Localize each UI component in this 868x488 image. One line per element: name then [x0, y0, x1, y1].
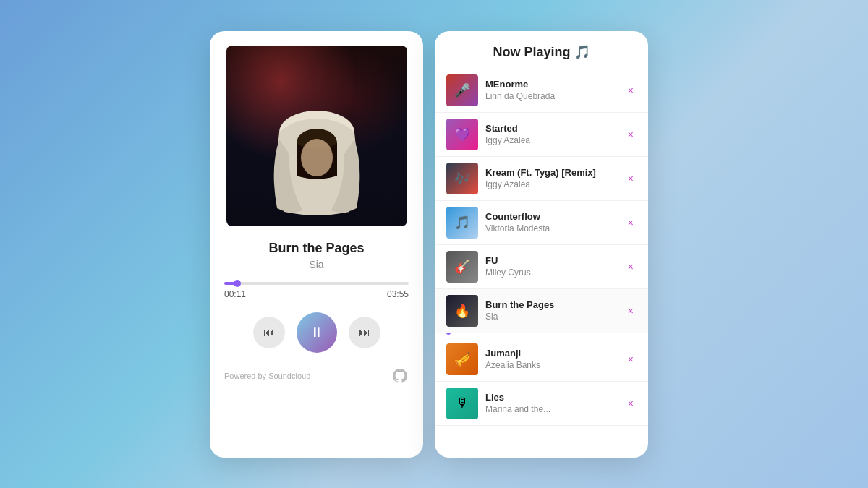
queue-info: Counterflow Viktoria Modesta — [485, 211, 625, 234]
queue-track-artist: Iggy Azalea — [485, 179, 625, 189]
queue-remove-button[interactable]: × — [625, 170, 637, 187]
queue-track-title: Kream (Ft. Tyga) [Remix] — [485, 167, 625, 179]
github-icon[interactable] — [391, 367, 409, 385]
time-row: 00:11 03:55 — [224, 289, 409, 299]
next-button[interactable]: ⏭ — [349, 317, 380, 348]
prev-button[interactable]: ⏮ — [253, 317, 285, 348]
queue-remove-button[interactable]: × — [625, 126, 637, 143]
album-art — [226, 46, 407, 226]
queue-item: 🔥 Burn the Pages Sia × — [435, 289, 648, 333]
queue-info: Burn the Pages Sia — [485, 299, 625, 322]
queue-item: 🎺 Jumanji Azealia Banks × — [435, 338, 648, 382]
progress-dot — [234, 280, 241, 287]
queue-info: Started Iggy Azalea — [485, 123, 625, 145]
queue-track-title: Jumanji — [485, 348, 625, 360]
queue-track-artist: Miley Cyrus — [485, 267, 625, 278]
svg-point-3 — [301, 139, 333, 176]
current-time: 00:11 — [224, 289, 246, 299]
queue-item: 🎵 Counterflow Viktoria Modesta × — [435, 201, 648, 245]
queue-track-artist: Linn da Quebrada — [485, 91, 625, 101]
song-title: Burn the Pages — [268, 241, 364, 256]
queue-track-title: Started — [485, 123, 625, 135]
queue-remove-button[interactable]: × — [625, 351, 637, 368]
queue-track-artist: Iggy Azalea — [485, 135, 625, 145]
queue-thumbnail: 🔥 — [446, 295, 478, 327]
queue-thumbnail: 🎵 — [446, 207, 478, 239]
queue-remove-button[interactable]: × — [625, 258, 637, 275]
queue-thumbnail: 💜 — [446, 119, 478, 150]
queue-item: 🎸 FU Miley Cyrus × — [435, 245, 648, 289]
queue-item: 🎤 MEnorme Linn da Quebrada × — [435, 69, 648, 113]
queue-track-title: FU — [485, 255, 625, 267]
queue-info: Lies Marina and the... — [485, 392, 625, 414]
queue-header: Now Playing 🎵 — [435, 31, 648, 69]
app-container: Burn the Pages Sia 00:11 03:55 ⏮ ⏸ ⏭ Pow… — [210, 31, 658, 458]
queue-track-title: Burn the Pages — [485, 299, 625, 312]
queue-track-title: Counterflow — [485, 211, 625, 223]
queue-remove-button[interactable]: × — [625, 214, 637, 231]
queue-info: FU Miley Cyrus — [485, 255, 625, 278]
queue-remove-button[interactable]: × — [625, 302, 637, 320]
powered-by-label: Powered by Soundcloud — [224, 372, 310, 380]
queue-thumbnail: 🎸 — [446, 251, 478, 283]
queue-info: MEnorme Linn da Quebrada — [485, 79, 625, 101]
queue-track-artist: Marina and the... — [485, 404, 625, 414]
queue-panel: Now Playing 🎵 🎤 MEnorme Linn da Quebrada… — [435, 31, 648, 458]
queue-remove-button[interactable]: × — [625, 82, 637, 99]
queue-thumbnail: 🎙 — [446, 388, 478, 419]
total-time: 03:55 — [387, 289, 409, 299]
player-card: Burn the Pages Sia 00:11 03:55 ⏮ ⏸ ⏭ Pow… — [210, 31, 423, 458]
progress-bar[interactable] — [224, 282, 409, 285]
queue-track-artist: Azealia Banks — [485, 360, 625, 370]
footer-row: Powered by Soundcloud — [224, 367, 409, 385]
queue-thumbnail: 🎺 — [446, 343, 478, 375]
queue-list[interactable]: 🎤 MEnorme Linn da Quebrada × 💜 Started I… — [435, 69, 648, 458]
queue-item: 🎶 Kream (Ft. Tyga) [Remix] Iggy Azalea × — [435, 157, 648, 201]
song-artist: Sia — [309, 259, 323, 270]
queue-track-artist: Sia — [485, 312, 625, 322]
pause-button[interactable]: ⏸ — [297, 312, 337, 353]
queue-thumbnail: 🎶 — [446, 163, 478, 194]
queue-remove-button[interactable]: × — [625, 395, 637, 412]
queue-track-artist: Viktoria Modesta — [485, 223, 625, 234]
queue-info: Kream (Ft. Tyga) [Remix] Iggy Azalea — [485, 167, 625, 189]
queue-track-title: Lies — [485, 392, 625, 404]
queue-thumbnail: 🎤 — [446, 74, 478, 106]
queue-item: 💜 Started Iggy Azalea × — [435, 113, 648, 157]
progress-container[interactable] — [224, 282, 409, 285]
queue-info: Jumanji Azealia Banks — [485, 348, 625, 370]
playback-controls: ⏮ ⏸ ⏭ — [253, 312, 380, 353]
queue-track-title: MEnorme — [485, 79, 625, 91]
queue-item: 🎙 Lies Marina and the... × — [435, 382, 648, 426]
